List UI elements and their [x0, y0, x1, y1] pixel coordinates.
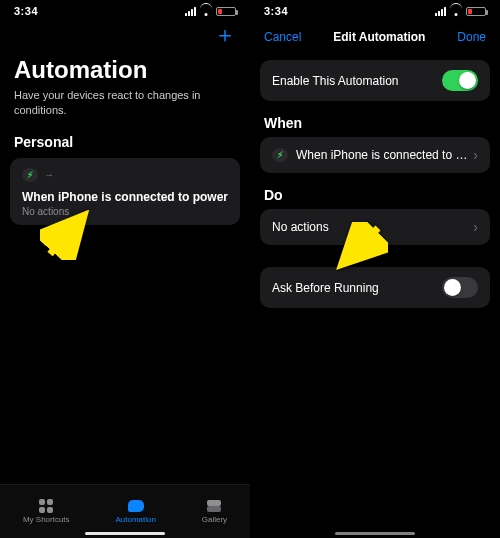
tab-label: My Shortcuts: [23, 515, 70, 524]
wifi-icon: [450, 7, 462, 16]
chevron-right-icon: ›: [473, 219, 478, 235]
section-header-personal: Personal: [14, 134, 236, 150]
page-subtitle: Have your devices react to changes in co…: [14, 88, 236, 118]
charger-icon: ⚡︎: [272, 148, 288, 162]
annotation-arrow-icon: [40, 210, 96, 260]
tab-my-shortcuts[interactable]: My Shortcuts: [23, 499, 70, 524]
status-bar: 3:34: [250, 0, 500, 22]
ask-label: Ask Before Running: [272, 281, 379, 295]
section-header-do: Do: [264, 187, 486, 203]
gallery-icon: [207, 500, 221, 512]
do-label: No actions: [272, 220, 329, 234]
chevron-right-icon: ›: [473, 147, 478, 163]
cell-signal-icon: [435, 7, 446, 16]
status-icons: [435, 7, 486, 16]
home-indicator[interactable]: [335, 532, 415, 535]
done-button[interactable]: Done: [457, 30, 486, 44]
annotation-arrow-icon: [332, 222, 388, 272]
status-bar: 3:34: [0, 0, 250, 22]
battery-icon: [466, 7, 486, 16]
automation-title: When iPhone is connected to power: [22, 190, 228, 204]
nav-bar: Cancel Edit Automation Done: [250, 22, 500, 54]
when-label: When iPhone is connected to power: [296, 148, 473, 162]
tab-automation[interactable]: Automation: [115, 499, 155, 524]
automation-list-screen: 3:34 ＋ Automation Have your devices reac…: [0, 0, 250, 538]
edit-automation-screen: 3:34 Cancel Edit Automation Done Enable …: [250, 0, 500, 538]
tab-bar: My Shortcuts Automation Gallery: [0, 484, 250, 538]
enable-label: Enable This Automation: [272, 74, 399, 88]
arrow-right-icon: →: [44, 169, 54, 180]
tab-label: Automation: [115, 515, 155, 524]
wifi-icon: [200, 7, 212, 16]
battery-icon: [216, 7, 236, 16]
page-title: Automation: [14, 56, 236, 84]
status-icons: [185, 7, 236, 16]
ask-before-running-row[interactable]: Ask Before Running: [260, 267, 490, 308]
cell-signal-icon: [185, 7, 196, 16]
section-header-when: When: [264, 115, 486, 131]
enable-toggle[interactable]: [442, 70, 478, 91]
tab-label: Gallery: [202, 515, 227, 524]
enable-automation-row[interactable]: Enable This Automation: [260, 60, 490, 101]
grid-icon: [39, 499, 53, 513]
when-row[interactable]: ⚡︎ When iPhone is connected to power ›: [260, 137, 490, 173]
cancel-button[interactable]: Cancel: [264, 30, 301, 44]
nav-title: Edit Automation: [333, 30, 425, 44]
status-time: 3:34: [264, 5, 288, 17]
tab-gallery[interactable]: Gallery: [202, 499, 227, 524]
status-time: 3:34: [14, 5, 38, 17]
charger-icon: ⚡︎: [22, 168, 38, 182]
automation-icon: [128, 500, 144, 512]
add-automation-button[interactable]: ＋: [214, 24, 236, 46]
home-indicator[interactable]: [85, 532, 165, 535]
ask-toggle[interactable]: [442, 277, 478, 298]
